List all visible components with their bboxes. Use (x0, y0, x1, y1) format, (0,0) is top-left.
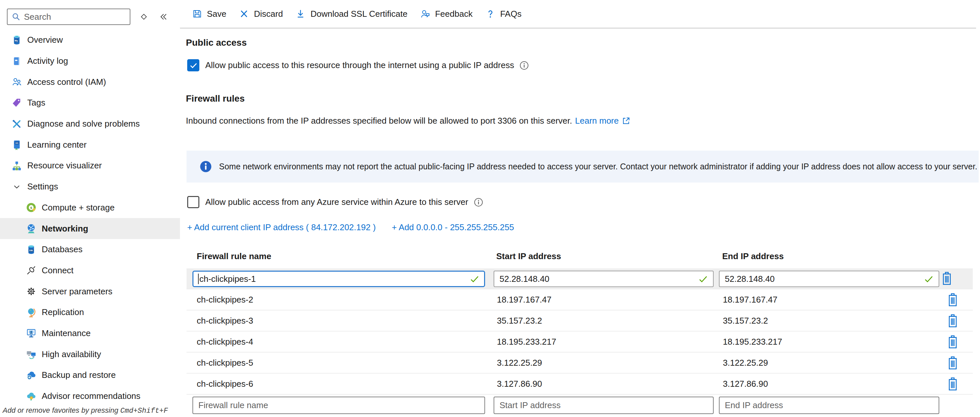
svg-text:$: $ (30, 206, 32, 209)
toolbar-button-label: Discard (254, 9, 283, 19)
sidebar-item-overview[interactable]: MyOverview (0, 30, 180, 51)
sidebar-item-label: Backup and restore (42, 370, 116, 380)
column-header-rule-name: Firewall rule name (197, 251, 271, 262)
sidebar-item-advisor-recommendations[interactable]: Advisor recommendations (0, 386, 180, 407)
network-info-banner: Some network environments may not report… (186, 151, 979, 182)
access-control-icon (11, 76, 22, 88)
resource-sidebar: MyOverviewActivity logAccess control (IA… (0, 0, 180, 417)
firewall-rule-row-ch-clickpipes-3[interactable]: ch-clickpipes-335.157.23.235.157.23.2 (186, 310, 973, 331)
end-ip-input[interactable] (719, 271, 939, 287)
add-all-ips-link[interactable]: + Add 0.0.0.0 - 255.255.255.255 (392, 222, 514, 233)
sidebar-searchbox[interactable] (7, 8, 130, 25)
delete-rule-button[interactable] (940, 376, 954, 392)
trash-icon (947, 356, 959, 370)
toolbar-button-label: Download SSL Certificate (310, 9, 407, 19)
start-ip-cell: 18.195.233.217 (497, 337, 556, 347)
collapse-sidebar-icon[interactable] (159, 12, 169, 22)
info-icon[interactable] (519, 61, 529, 70)
sidebar-item-backup-and-restore[interactable]: Backup and restore (0, 365, 180, 386)
resize-handle-icon[interactable] (139, 12, 149, 22)
sidebar-search-input[interactable] (24, 12, 126, 22)
sidebar-item-diagnose-and-solve-problems[interactable]: Diagnose and solve problems (0, 113, 180, 134)
new-rule-end-ip-input[interactable] (719, 396, 939, 414)
start-ip-input[interactable] (493, 271, 714, 287)
rule-name-cell: ch-clickpipes-3 (197, 316, 253, 326)
rule-name-cell: ch-clickpipes-2 (197, 295, 253, 305)
compute-storage-icon: $ (25, 202, 37, 213)
firewall-rule-name-value: ch-clickpipes-1 (199, 274, 256, 284)
discard-icon (239, 8, 249, 19)
start-ip-cell: 18.197.167.47 (497, 295, 551, 305)
azure-services-checkbox-label: Allow public access from any Azure servi… (205, 197, 468, 207)
sidebar-item-networking[interactable]: Networking (0, 218, 180, 239)
azure-portal-networking-page: MyOverviewActivity logAccess control (IA… (0, 0, 980, 417)
firewall-rule-row-ch-clickpipes-2[interactable]: ch-clickpipes-218.197.167.4718.197.167.4… (186, 289, 973, 310)
delete-rule-button[interactable] (940, 334, 954, 350)
valid-check-icon (924, 273, 934, 284)
sidebar-item-learning-center[interactable]: 101Learning center (0, 134, 180, 155)
delete-rule-button[interactable] (940, 292, 954, 308)
favorites-hint: Add or remove favorites by pressing Cmd+… (3, 406, 168, 415)
azure-services-checkbox[interactable] (187, 196, 199, 208)
connect-icon (25, 265, 37, 276)
new-rule-name-input[interactable] (192, 396, 485, 414)
firewall-rule-row-ch-clickpipes-4[interactable]: ch-clickpipes-418.195.233.21718.195.233.… (186, 331, 973, 353)
public-access-heading: Public access (186, 37, 247, 48)
backup-restore-icon (25, 370, 37, 381)
text-caret (198, 273, 199, 284)
sidebar-item-settings[interactable]: Settings (0, 176, 180, 197)
rule-name-cell: ch-clickpipes-4 (197, 337, 253, 347)
discard-button[interactable]: Discard (239, 8, 283, 19)
azure-services-checkbox-row: Allow public access from any Azure servi… (187, 196, 484, 208)
save-button[interactable]: Save (192, 8, 226, 19)
sidebar-item-tags[interactable]: Tags (0, 93, 180, 113)
databases-icon: DB (25, 244, 37, 255)
trash-icon (947, 293, 959, 307)
sidebar-item-high-availability[interactable]: High availability (0, 344, 180, 365)
sidebar-item-maintenance[interactable]: Maintenance (0, 323, 180, 344)
delete-rule-button[interactable] (940, 355, 954, 371)
firewall-table-header: Firewall rule name Start IP address End … (186, 251, 973, 264)
shortcut-keys: Cmd+Shift+F (120, 407, 168, 415)
firewall-rule-row-ch-clickpipes-6[interactable]: ch-clickpipes-63.127.86.903.127.86.90 (186, 374, 973, 395)
delete-rule-button[interactable] (940, 313, 954, 329)
valid-check-icon (698, 273, 708, 284)
firewall-rule-editing-row: ch-clickpipes-1 (186, 268, 973, 289)
mysql-server-icon: My (11, 35, 22, 46)
firewall-rule-row-ch-clickpipes-5[interactable]: ch-clickpipes-53.122.25.293.122.25.29 (186, 353, 973, 374)
sidebar-item-databases[interactable]: DBDatabases (0, 239, 180, 260)
start-ip-cell: 3.127.86.90 (497, 379, 542, 389)
info-icon[interactable] (474, 197, 484, 207)
delete-rule-button[interactable] (940, 271, 954, 287)
rule-name-cell: ch-clickpipes-5 (197, 358, 253, 368)
public-access-checkbox-row: Allow public access to this resource thr… (187, 59, 529, 71)
download-ssl-certificate-button[interactable]: Download SSL Certificate (295, 8, 407, 19)
download-icon (295, 8, 306, 19)
public-access-checkbox-label: Allow public access to this resource thr… (205, 60, 514, 70)
trash-icon (947, 314, 959, 328)
feedback-button[interactable]: Feedback (420, 8, 473, 19)
sidebar-item-label: Learning center (27, 140, 87, 150)
sidebar-item-compute-storage[interactable]: $Compute + storage (0, 197, 180, 218)
sidebar-item-activity-log[interactable]: Activity log (0, 51, 180, 72)
sidebar-menu: MyOverviewActivity logAccess control (IA… (0, 30, 180, 406)
new-rule-start-ip-input[interactable] (493, 396, 714, 414)
sidebar-item-label: Access control (IAM) (27, 77, 106, 87)
sidebar-item-resource-visualizer[interactable]: Resource visualizer (0, 155, 180, 176)
sidebar-item-server-parameters[interactable]: Server parameters (0, 281, 180, 302)
faqs-button[interactable]: FAQs (485, 8, 522, 19)
firewall-description-text: Inbound connections from the IP addresse… (186, 116, 572, 126)
start-ip-cell: 3.122.25.29 (497, 358, 542, 368)
feedback-icon (420, 8, 431, 19)
sidebar-item-access-control-iam[interactable]: Access control (IAM) (0, 71, 180, 93)
firewall-rule-name-input[interactable]: ch-clickpipes-1 (192, 271, 485, 287)
chevron-down-icon (11, 181, 22, 192)
save-icon (192, 8, 202, 19)
public-access-checkbox[interactable] (187, 59, 199, 71)
add-client-ip-link[interactable]: + Add current client IP address ( 84.172… (187, 222, 376, 233)
sidebar-item-connect[interactable]: Connect (0, 260, 180, 281)
firewall-rules-heading: Firewall rules (186, 93, 245, 104)
sidebar-item-replication[interactable]: Replication (0, 302, 180, 323)
sidebar-item-label: Compute + storage (42, 203, 115, 213)
learn-more-link[interactable]: Learn more (575, 116, 619, 126)
